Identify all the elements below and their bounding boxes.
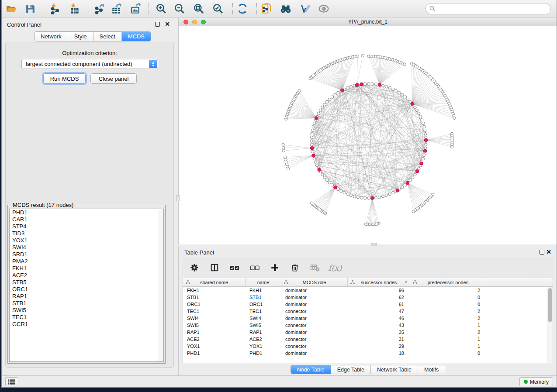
- table-row[interactable]: PHD1PHD1dominator180: [183, 350, 547, 357]
- sort-descending-icon[interactable]: ∨: [404, 280, 407, 284]
- mcds-result-item[interactable]: TID3: [10, 230, 163, 237]
- tab-motifs[interactable]: Motifs: [418, 365, 445, 374]
- refresh-icon[interactable]: [235, 3, 250, 15]
- float-table-panel-icon[interactable]: [540, 250, 544, 254]
- table-cell: STB1: [183, 295, 246, 300]
- zoom-out-icon[interactable]: [172, 3, 187, 15]
- col-header-predecessor-nodes[interactable]: predecessor nodes: [410, 278, 486, 286]
- memory-button[interactable]: Memory: [519, 377, 553, 386]
- delete-columns-trash-icon[interactable]: [290, 262, 300, 273]
- table-row[interactable]: FKH1FKH1dominator962: [183, 287, 547, 294]
- task-history-button[interactable]: [5, 377, 18, 386]
- zoom-selected-icon[interactable]: [211, 3, 225, 15]
- tab-edge-table[interactable]: Edge Table: [331, 365, 371, 374]
- select-all-icon[interactable]: [229, 262, 240, 273]
- network-window-titlebar[interactable]: YPA_prune.txt_1: [179, 18, 557, 26]
- mcds-result-item[interactable]: STB5: [10, 279, 163, 286]
- table-scrollbar-thumb[interactable]: [548, 288, 552, 322]
- run-mcds-button[interactable]: Run MCDS: [43, 73, 86, 84]
- vertical-splitter-handle[interactable]: [176, 195, 180, 201]
- tab-network-table[interactable]: Network Table: [371, 365, 418, 374]
- close-table-panel-icon[interactable]: ✕: [546, 248, 551, 255]
- table-cell: TEC1: [183, 309, 246, 314]
- mcds-result-item[interactable]: GCR1: [10, 321, 163, 328]
- import-table-icon[interactable]: [67, 3, 82, 15]
- col-header-shared-name[interactable]: shared name: [183, 278, 246, 286]
- annotation-icon[interactable]: [298, 3, 312, 15]
- tab-mcds[interactable]: MCDS: [122, 32, 151, 41]
- table-row[interactable]: SWI4SWI4dominator462: [183, 315, 547, 322]
- col-header-name[interactable]: name: [246, 278, 281, 286]
- float-panel-icon[interactable]: [155, 22, 160, 27]
- import-network-icon[interactable]: [48, 3, 62, 15]
- table-row[interactable]: TEC1TEC1connector472: [183, 308, 547, 315]
- table-scrollbar[interactable]: [547, 287, 553, 363]
- mcds-result-item[interactable]: PHD1: [10, 209, 163, 216]
- table-cell: 96: [348, 288, 410, 293]
- status-bar: Memory: [2, 375, 557, 387]
- mcds-result-item[interactable]: STP4: [10, 223, 163, 230]
- table-cell: dominator: [281, 316, 348, 321]
- table-body[interactable]: FKH1FKH1dominator962STB1STB1dominator620…: [183, 287, 547, 363]
- tab-node-table[interactable]: Node Table: [291, 365, 331, 374]
- mcds-result-group: MCDS result (17 nodes) PHD1CAR1STP4TID3Y…: [7, 205, 166, 364]
- search-input[interactable]: [426, 3, 551, 14]
- show-hide-details-eye-icon[interactable]: [316, 3, 331, 15]
- col-header-mcds-role[interactable]: MCDS role: [281, 278, 348, 286]
- memory-label: Memory: [530, 379, 549, 385]
- mcds-result-item[interactable]: PMA2: [10, 258, 163, 265]
- tab-style[interactable]: Style: [68, 32, 93, 41]
- export-image-icon[interactable]: [128, 3, 143, 15]
- delete-table-icon[interactable]: [310, 262, 320, 273]
- col-label: MCDS role: [303, 280, 326, 285]
- network-canvas[interactable]: [179, 26, 557, 244]
- close-panel-button[interactable]: Close panel: [90, 73, 137, 84]
- new-network-from-selection-icon[interactable]: [259, 3, 274, 15]
- mcds-list-scrollbar[interactable]: [158, 209, 163, 361]
- horizontal-splitter-handle[interactable]: [371, 243, 377, 246]
- export-table-icon[interactable]: [109, 3, 124, 15]
- zoom-fit-icon[interactable]: [191, 3, 206, 15]
- mcds-result-item[interactable]: ACE2: [10, 272, 163, 279]
- table-row[interactable]: SWI5SWI5connector431: [183, 322, 547, 329]
- zoom-in-icon[interactable]: [154, 3, 169, 15]
- mcds-result-item[interactable]: SWI4: [10, 244, 163, 251]
- save-icon[interactable]: [23, 3, 38, 15]
- tab-select[interactable]: Select: [93, 32, 122, 41]
- export-network-icon[interactable]: [92, 3, 107, 15]
- mcds-result-item[interactable]: ORC1: [10, 286, 163, 293]
- mcds-result-item[interactable]: TEC1: [10, 314, 163, 321]
- table-cell: FKH1: [183, 288, 246, 293]
- deselect-all-icon[interactable]: [249, 262, 260, 273]
- mcds-result-item[interactable]: YOX1: [10, 237, 163, 244]
- mcds-result-item[interactable]: CAR1: [10, 216, 163, 223]
- toolbar-separator: [149, 3, 149, 14]
- table-row[interactable]: YOX1YOX1connector291: [183, 343, 547, 350]
- table-row[interactable]: RAP1RAP1dominator352: [183, 329, 547, 336]
- mcds-result-item[interactable]: SRD1: [10, 251, 163, 258]
- mcds-result-item[interactable]: RAP1: [10, 293, 163, 300]
- function-builder-icon[interactable]: f(x): [330, 262, 340, 273]
- table-cell: 46: [348, 316, 410, 321]
- table-row[interactable]: ACE2ACE2connector311: [183, 336, 547, 343]
- table-settings-gear-icon[interactable]: [189, 262, 200, 273]
- mcds-result-item[interactable]: SWI5: [10, 307, 163, 314]
- close-panel-label: Close panel: [99, 76, 129, 82]
- open-icon[interactable]: [4, 3, 19, 15]
- close-panel-icon[interactable]: ✕: [165, 21, 170, 28]
- memory-status-dot: [524, 380, 528, 384]
- table-cell: 0: [410, 295, 486, 300]
- table-row[interactable]: STB1STB1dominator620: [183, 294, 547, 301]
- create-column-plus-icon[interactable]: [270, 262, 280, 273]
- mcds-result-item[interactable]: FKH1: [10, 265, 163, 272]
- tab-network[interactable]: Network: [35, 32, 68, 41]
- table-cell: dominator: [281, 295, 348, 300]
- mcds-result-list[interactable]: PHD1CAR1STP4TID3YOX1SWI4SRD1PMA2FKH1ACE2…: [9, 209, 164, 362]
- optimization-criterion-select[interactable]: largest connected component (undirected)…: [21, 59, 158, 69]
- col-header-successor-nodes[interactable]: successor nodes ∨: [348, 278, 410, 286]
- show-columns-icon[interactable]: [209, 262, 220, 273]
- mcds-result-item[interactable]: STB1: [10, 300, 163, 307]
- find-icon[interactable]: [278, 3, 293, 15]
- table-cell: 18: [348, 351, 410, 356]
- table-row[interactable]: ORC1ORC1dominator610: [183, 301, 547, 308]
